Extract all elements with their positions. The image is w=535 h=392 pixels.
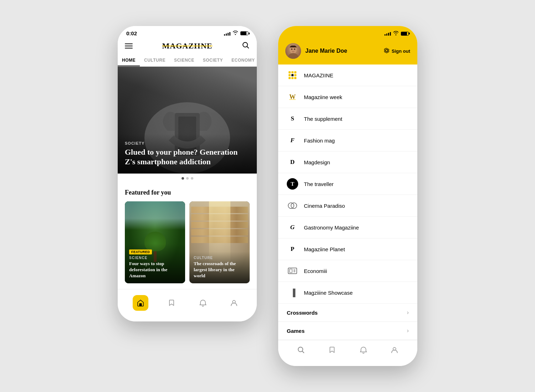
crosswords-left: Crosswords	[287, 310, 318, 316]
signal-icon-2	[384, 31, 391, 36]
item-label-magdesign: Magdesign	[304, 159, 330, 165]
nav-search-2[interactable]	[297, 346, 305, 355]
tab-culture[interactable]: CULTURE	[140, 55, 170, 66]
item-label-traveller: The traveller	[304, 181, 333, 187]
item-label-magaziine: MAGAZIINE	[304, 72, 333, 78]
drawer-item-planet[interactable]: P Magaziine Planet	[278, 238, 417, 260]
svg-rect-15	[294, 74, 296, 76]
hero-overlay: SOCIETY Glued to your phone? Generation …	[118, 134, 257, 174]
showcase-icon: ▐	[287, 287, 298, 298]
signal-icon	[224, 31, 230, 36]
svg-rect-4	[139, 303, 142, 306]
nav-bookmark[interactable]	[164, 295, 179, 311]
nav-home[interactable]	[133, 295, 148, 311]
svg-rect-18	[294, 77, 296, 79]
hero-image[interactable]: SOCIETY Glued to your phone? Generation …	[118, 67, 257, 174]
item-label-economiii: Economiii	[304, 268, 327, 274]
economiii-icon	[287, 265, 298, 277]
item-label-gastronomy: Gastronomy Magaziine	[304, 225, 359, 231]
wifi-icon	[233, 31, 238, 36]
tab-science[interactable]: SCIENCE	[170, 55, 199, 66]
hero-title: Glued to your phone? Generation Z's smar…	[125, 148, 250, 166]
drawer-header: Jane Marie Doe Sign out	[278, 39, 417, 65]
item-label-supplement: The supplement	[304, 116, 342, 122]
drawer-item-magaziine[interactable]: MAGAZIINE	[278, 65, 417, 86]
home-icon	[133, 295, 148, 311]
featured-badge: FEATURED	[129, 249, 152, 254]
dot-3[interactable]	[191, 177, 193, 180]
cards-row: FEATURED SCIENCE Four ways to stop defor…	[125, 201, 250, 283]
drawer-item-fashion[interactable]: F Fashion mag	[278, 130, 417, 151]
hero-dots	[118, 174, 257, 183]
dot-2[interactable]	[186, 177, 189, 180]
app-header-1: MAGAZIINE	[118, 38, 257, 55]
drawer-crosswords[interactable]: Crosswords ›	[278, 304, 417, 322]
logo: MAGAZIINE	[162, 41, 212, 51]
card-title-0: Four ways to stop deforestation in the A…	[129, 261, 181, 279]
games-left: Games	[287, 328, 305, 334]
avatar-face	[285, 43, 301, 59]
app-scene: 0:02	[118, 12, 417, 380]
card-forest-overlay: FEATURED SCIENCE Four ways to stop defor…	[125, 244, 185, 283]
nav-bell[interactable]	[195, 295, 211, 311]
nav-bell-2[interactable]	[360, 346, 367, 355]
search-button[interactable]	[242, 41, 250, 51]
crosswords-label: Crosswords	[287, 310, 318, 316]
item-label-planet: Magaziine Planet	[304, 246, 345, 252]
card-title-1: The crossroads of the largest library in…	[194, 261, 245, 279]
drawer-item-magdesign[interactable]: D Magdesign	[278, 151, 417, 173]
drawer-item-gastronomy[interactable]: G Gastronomy Magaziine	[278, 217, 417, 238]
drawer-item-showcase[interactable]: ▐ Magziiine Showcase	[278, 282, 417, 304]
svg-rect-22	[290, 269, 292, 273]
status-time: 0:02	[126, 30, 137, 36]
phone-2: Jane Marie Doe Sign out	[278, 26, 417, 366]
card-forest[interactable]: FEATURED SCIENCE Four ways to stop defor…	[125, 201, 185, 283]
games-chevron: ›	[407, 327, 409, 334]
bookmark-icon	[164, 295, 179, 311]
svg-point-8	[291, 48, 292, 50]
nav-bookmark-2[interactable]	[328, 346, 336, 355]
drawer-games[interactable]: Games ›	[278, 322, 417, 340]
svg-point-7	[288, 53, 298, 59]
svg-rect-17	[291, 77, 294, 79]
magdesign-icon: D	[287, 156, 298, 168]
card-library[interactable]: CULTURE The crossroads of the largest li…	[189, 201, 250, 283]
drawer-item-cinema[interactable]: Cinema Paradiso	[278, 195, 417, 217]
bell-icon	[195, 295, 211, 311]
menu-button[interactable]	[125, 43, 133, 48]
card-category-0: SCIENCE	[129, 256, 181, 260]
gastronomy-icon: G	[287, 222, 298, 233]
svg-rect-16	[289, 77, 291, 79]
gear-icon	[384, 48, 389, 55]
user-info: Jane Marie Doe	[285, 43, 347, 59]
svg-rect-11	[291, 71, 294, 73]
drawer-item-week[interactable]: W Magaziine week	[278, 86, 417, 108]
games-label: Games	[287, 328, 305, 334]
featured-section: Featured for you FEATURED	[118, 183, 257, 289]
tab-society[interactable]: SOCIETY	[199, 55, 227, 66]
traveller-icon: T	[287, 178, 298, 190]
bottom-nav-2	[278, 340, 417, 366]
item-label-week: Magaziine week	[304, 94, 342, 100]
nav-profile-2[interactable]	[391, 346, 398, 355]
sign-out-button[interactable]: Sign out	[384, 48, 410, 55]
battery-icon	[240, 31, 248, 35]
drawer-item-economiii[interactable]: Economiii	[278, 260, 417, 282]
battery-icon-2	[401, 32, 409, 36]
svg-rect-13	[289, 74, 291, 76]
svg-point-9	[294, 48, 295, 50]
nav-tabs: HOME CULTURE SCIENCE SOCIETY ECONOMY	[118, 55, 257, 67]
cinema-icon	[287, 200, 298, 211]
drawer-item-traveller[interactable]: T The traveller	[278, 173, 417, 195]
fashion-icon: F	[287, 135, 298, 146]
nav-profile[interactable]	[226, 295, 242, 311]
magaziine-grid-icon	[287, 69, 298, 81]
featured-section-title: Featured for you	[125, 189, 250, 196]
card-category-1: CULTURE	[194, 256, 245, 260]
svg-rect-10	[289, 71, 291, 73]
dot-1[interactable]	[182, 177, 184, 180]
tab-home[interactable]: HOME	[118, 55, 140, 66]
week-icon: W	[287, 91, 298, 103]
drawer-item-supplement[interactable]: S The supplement	[278, 108, 417, 130]
tab-economy[interactable]: ECONOMY	[227, 55, 257, 66]
